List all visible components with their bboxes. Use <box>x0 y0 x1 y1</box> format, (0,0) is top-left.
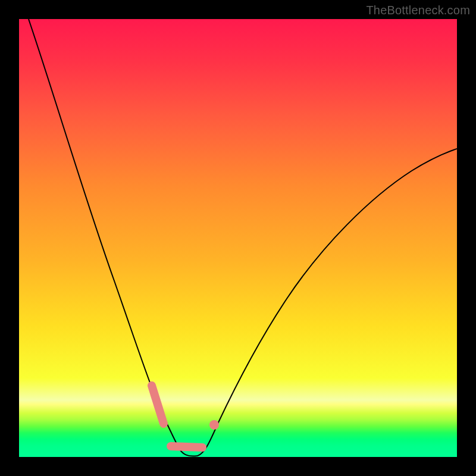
watermark-text: TheBottleneck.com <box>366 4 470 17</box>
marker-valley-segment <box>171 446 202 447</box>
marker-left-segment <box>152 386 164 424</box>
plot-area <box>19 19 457 457</box>
curve-layer <box>19 19 457 457</box>
marker-right-dot <box>209 420 219 430</box>
bottleneck-curve <box>29 19 457 456</box>
chart-frame: TheBottleneck.com <box>0 0 476 476</box>
